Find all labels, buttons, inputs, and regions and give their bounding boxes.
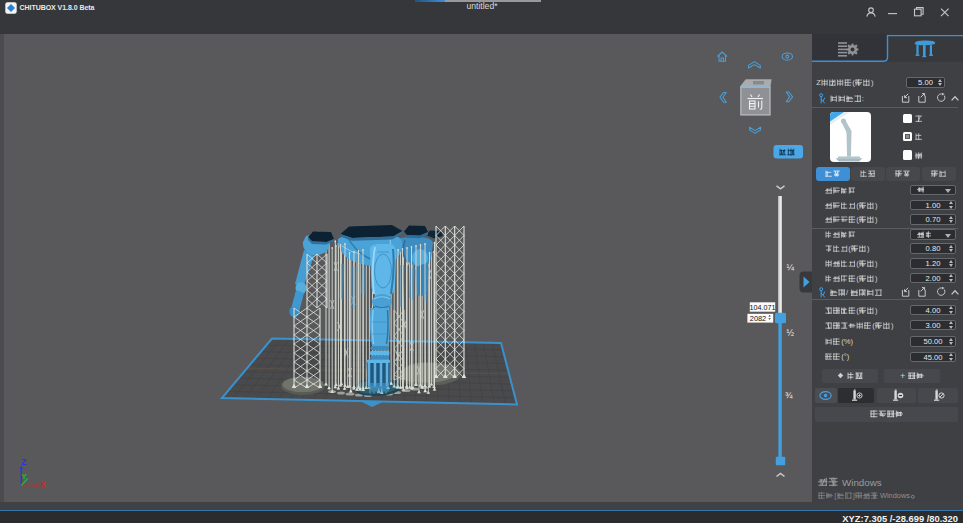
svg-text:¼: ¼: [787, 262, 795, 272]
svg-text:/: /: [846, 288, 849, 297]
svg-text:X: X: [41, 480, 47, 489]
svg-text:Z: Z: [21, 457, 27, 467]
svg-text:104.071: 104.071: [749, 303, 775, 312]
svg-text:¾: ¾: [785, 390, 793, 400]
svg-text:Y: Y: [22, 472, 28, 481]
svg-text:2082: 2082: [750, 314, 766, 323]
svg-text:½: ½: [787, 328, 795, 338]
